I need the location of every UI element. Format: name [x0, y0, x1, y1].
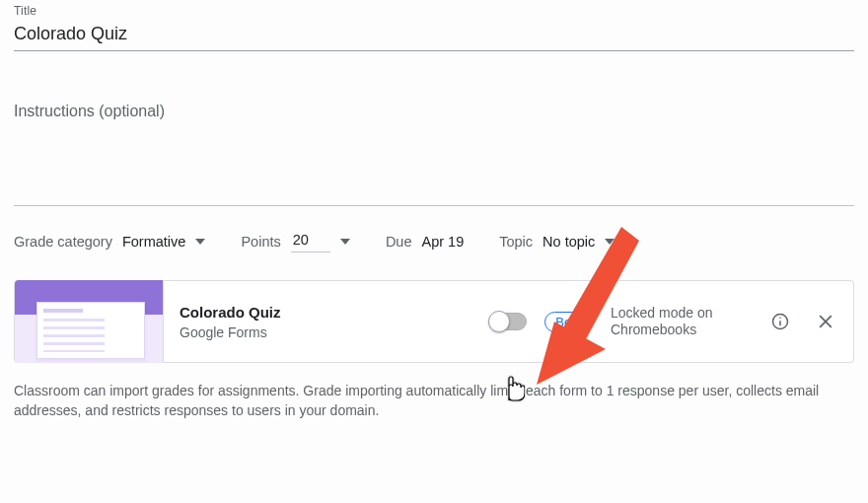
attachment-thumbnail[interactable] [15, 280, 164, 363]
beta-badge: Beta [544, 312, 593, 332]
topic-value: No topic [542, 234, 595, 250]
info-icon[interactable] [766, 308, 794, 335]
chevron-down-icon [195, 237, 205, 247]
points-label: Points [241, 234, 280, 250]
remove-attachment-icon[interactable] [812, 308, 839, 335]
due-label: Due [386, 234, 412, 250]
chevron-down-icon [605, 237, 615, 247]
attachment-text[interactable]: Colorado Quiz Google Forms [164, 304, 489, 340]
topic-selector[interactable]: Topic No topic [499, 234, 615, 250]
attachment-card: Colorado Quiz Google Forms Beta Locked m… [14, 280, 854, 363]
title-label: Title [14, 4, 854, 18]
toggle-knob [488, 311, 510, 332]
title-field: Title [0, 0, 868, 51]
attachment-title: Colorado Quiz [180, 304, 473, 321]
points-value: 20 [291, 230, 330, 252]
topic-label: Topic [499, 234, 533, 250]
locked-mode-label: Locked mode on Chromebooks [611, 305, 749, 339]
instructions-placeholder: Instructions (optional) [14, 91, 854, 120]
points-selector[interactable]: Points 20 [241, 230, 349, 252]
attachment-subtitle: Google Forms [180, 324, 473, 340]
svg-point-2 [779, 317, 781, 319]
grade-import-help-text: Classroom can import grades for assignme… [0, 363, 856, 421]
locked-mode-toggle[interactable] [489, 313, 527, 330]
grade-category-selector[interactable]: Grade category Formative [14, 234, 205, 250]
assignment-meta-row: Grade category Formative Points 20 Due A… [0, 206, 868, 260]
instructions-field[interactable]: Instructions (optional) [14, 91, 854, 206]
grade-category-value: Formative [122, 234, 185, 250]
chevron-down-icon [340, 237, 350, 247]
grade-category-label: Grade category [14, 234, 112, 250]
due-date-selector[interactable]: Due Apr 19 [386, 234, 464, 250]
due-value: Apr 19 [421, 234, 464, 250]
title-input[interactable] [14, 18, 854, 51]
